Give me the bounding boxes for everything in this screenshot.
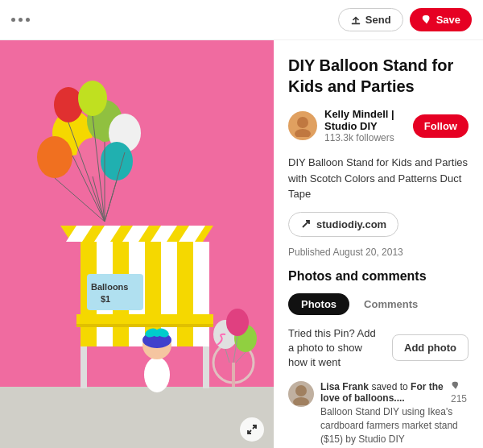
pin-image-section: Balloons $1 [0, 40, 274, 448]
comment-content: Lisa Frank saved to For the love of ball… [320, 381, 469, 446]
top-bar: Send Save [0, 0, 483, 40]
svg-rect-0 [352, 23, 361, 24]
svg-point-53 [295, 129, 311, 137]
svg-text:Balloons: Balloons [91, 282, 128, 292]
section-title: Photos and comments [288, 269, 469, 284]
tab-photos[interactable]: Photos [288, 293, 349, 315]
svg-rect-7 [177, 242, 193, 346]
menu-dots[interactable] [11, 18, 30, 22]
link-text: studiodiy.com [316, 218, 386, 230]
comment-row: Lisa Frank saved to For the love of ball… [288, 381, 469, 446]
svg-point-27 [154, 330, 160, 337]
pin-description: DIY Balloon Stand for Kids and Parties w… [288, 155, 469, 202]
svg-point-34 [54, 87, 83, 122]
tabs-row: Photos Comments [288, 293, 469, 315]
top-bar-actions: Send Save [338, 8, 472, 31]
send-icon [350, 15, 361, 26]
external-link-button[interactable]: studiodiy.com [288, 212, 398, 237]
saved-text: saved to [371, 381, 411, 392]
commenter-name[interactable]: Lisa Frank [320, 381, 369, 392]
pin-save-icon [421, 15, 432, 26]
add-photo-button[interactable]: Add photo [392, 334, 469, 361]
author-info: Kelly Mindell | Studio DIY 113.3k follow… [288, 108, 413, 143]
svg-point-33 [101, 142, 133, 180]
svg-text:$1: $1 [101, 294, 110, 304]
comment-header: Lisa Frank saved to For the love of ball… [320, 381, 451, 404]
author-text: Kelly Mindell | Studio DIY 113.3k follow… [324, 108, 413, 143]
svg-rect-21 [203, 346, 209, 388]
comment-body: Balloon Stand DIY using Ikea's cardboard… [320, 405, 469, 446]
svg-rect-15 [76, 314, 213, 324]
tried-row: Tried this Pin? Add a photo to show how … [288, 326, 469, 371]
svg-rect-16 [76, 324, 213, 327]
svg-rect-2 [0, 387, 274, 448]
save-count-badge: 215 [451, 381, 469, 404]
author-name[interactable]: Kelly Mindell | Studio DIY [324, 108, 413, 132]
avatar[interactable] [288, 111, 317, 140]
svg-point-22 [144, 357, 170, 392]
pin-title: DIY Balloon Stand for Kids and Parties [288, 55, 469, 97]
svg-point-55 [293, 397, 309, 405]
detail-section: DIY Balloon Stand for Kids and Parties K… [274, 40, 483, 448]
send-button[interactable]: Send [338, 8, 403, 31]
author-row: Kelly Mindell | Studio DIY 113.3k follow… [288, 108, 469, 143]
author-followers: 113.3k followers [324, 132, 413, 143]
commenter-avatar[interactable] [288, 381, 314, 407]
svg-point-52 [297, 117, 308, 128]
tried-text: Tried this Pin? Add a photo to show how … [288, 326, 384, 371]
save-button[interactable]: Save [410, 8, 472, 31]
svg-rect-45 [232, 363, 235, 387]
pin-image: Balloons $1 [0, 40, 274, 448]
svg-point-31 [37, 136, 72, 178]
svg-point-35 [78, 81, 107, 116]
svg-point-48 [226, 309, 249, 336]
svg-point-54 [295, 385, 307, 396]
tab-comments[interactable]: Comments [351, 293, 431, 315]
follow-button[interactable]: Follow [413, 114, 469, 138]
expand-icon[interactable] [240, 417, 264, 442]
svg-rect-17 [87, 274, 143, 310]
svg-rect-20 [80, 346, 87, 388]
published-date: Published August 20, 2013 [288, 247, 469, 258]
main-content: Balloons $1 [0, 40, 483, 448]
external-link-icon [300, 218, 312, 230]
